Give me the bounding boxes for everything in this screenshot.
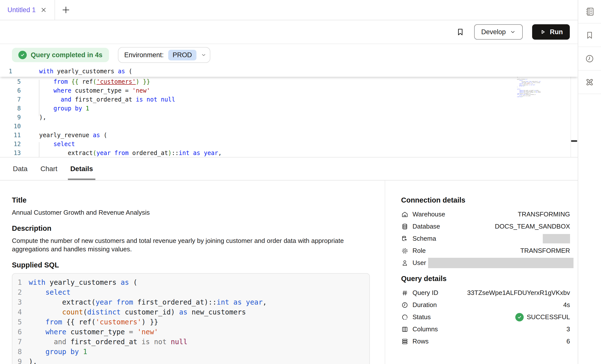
indent-guide bbox=[39, 80, 39, 116]
sql-editor[interactable]: 1with yearly_customers as ( 5 from {{ re… bbox=[0, 66, 578, 157]
user-icon bbox=[401, 260, 409, 266]
chevron-down-icon bbox=[510, 29, 516, 35]
environment-selector[interactable]: Environment: PROD bbox=[118, 47, 210, 63]
query-status-pill: Query completed in 4s bbox=[12, 48, 109, 62]
run-button[interactable]: Run bbox=[532, 24, 570, 40]
tab-bar: Untitled 1 bbox=[0, 0, 578, 20]
bookmark-button[interactable] bbox=[456, 27, 465, 36]
result-tabs: Data Chart Details bbox=[0, 157, 578, 181]
develop-dropdown[interactable]: Develop bbox=[474, 24, 522, 40]
toolbar: Develop Run bbox=[0, 20, 578, 44]
connection-row-warehouse: Warehouse TRANSFORMING bbox=[401, 208, 570, 220]
app-window: Untitled 1 Develop bbox=[0, 0, 601, 364]
row-value: 3 bbox=[567, 325, 570, 333]
editor-code-lines: 5 from {{ ref('customers') }}6 where cus… bbox=[0, 77, 578, 157]
details-left-column: Title Annual Customer Growth and Revenue… bbox=[0, 181, 385, 364]
title-heading: Title bbox=[12, 196, 370, 204]
redacted-value bbox=[428, 258, 574, 268]
notebook-panel-button[interactable] bbox=[578, 0, 601, 24]
close-icon[interactable] bbox=[40, 6, 47, 13]
connection-row-user: User bbox=[401, 257, 570, 269]
row-label: Duration bbox=[412, 301, 437, 309]
row-value: TRANSFORMER bbox=[520, 247, 570, 255]
query-row-columns: Columns 3 bbox=[401, 323, 570, 335]
details-panel: Title Annual Customer Growth and Revenue… bbox=[0, 181, 578, 364]
query-details-heading: Query details bbox=[401, 274, 570, 283]
title-value: Annual Customer Growth and Revenue Analy… bbox=[12, 208, 370, 217]
editor-scrollbar-track[interactable] bbox=[571, 66, 578, 157]
play-icon bbox=[539, 28, 546, 36]
bookmark-icon bbox=[456, 27, 465, 36]
editor-sticky-line: 1with yearly_customers as ( bbox=[0, 66, 578, 77]
connection-row-database: Database DOCS_TEAM_SANDBOX bbox=[401, 220, 570, 233]
status-value: SUCCESSFUL bbox=[515, 313, 570, 321]
history-clock-icon bbox=[585, 54, 594, 63]
status-row: Query completed in 4s Environment: PROD bbox=[0, 44, 578, 66]
run-label: Run bbox=[550, 28, 563, 36]
query-status-text: Query completed in 4s bbox=[31, 51, 103, 59]
clock-icon bbox=[401, 302, 409, 309]
tab-title: Untitled 1 bbox=[7, 6, 36, 14]
row-label: Role bbox=[412, 247, 426, 255]
main-column: Untitled 1 Develop bbox=[0, 0, 578, 364]
description-value: Compute the number of new customers and … bbox=[12, 236, 364, 253]
develop-label: Develop bbox=[481, 28, 506, 36]
row-label: User bbox=[412, 259, 426, 267]
row-value: SUCCESSFUL bbox=[527, 313, 570, 321]
row-label: Rows bbox=[412, 338, 429, 345]
row-value: 4s bbox=[563, 301, 570, 309]
editor-scrollbar-handle[interactable] bbox=[571, 140, 577, 142]
row-label: Query ID bbox=[412, 289, 438, 297]
row-value: 33TZseWpe1ALFDUYerxR1gVKxbv bbox=[467, 289, 570, 297]
connection-row-role: Role TRANSFORMER bbox=[401, 245, 570, 257]
environment-label: Environment: bbox=[124, 51, 164, 59]
indent-guide bbox=[39, 142, 39, 157]
query-row-duration: Duration 4s bbox=[401, 299, 570, 311]
supplied-sql-block: 1with yearly_customers as (2 select3 ext… bbox=[12, 273, 370, 364]
right-sidebar bbox=[578, 0, 601, 364]
hash-icon bbox=[401, 289, 409, 296]
notebook-icon bbox=[585, 7, 595, 17]
columns-icon bbox=[401, 326, 409, 333]
description-heading: Description bbox=[12, 224, 370, 233]
row-value: TRANSFORMING bbox=[518, 210, 570, 218]
row-label: Columns bbox=[412, 325, 438, 333]
row-label: Database bbox=[412, 223, 440, 230]
environment-badge: PROD bbox=[168, 50, 196, 60]
warehouse-icon bbox=[401, 211, 409, 218]
semantic-layer-icon bbox=[585, 77, 595, 87]
connection-row-schema: Schema bbox=[401, 233, 570, 245]
rows-icon bbox=[401, 338, 409, 345]
tab-untitled-1[interactable]: Untitled 1 bbox=[0, 0, 55, 20]
new-tab-button[interactable] bbox=[55, 0, 77, 20]
history-panel-button[interactable] bbox=[578, 47, 601, 71]
spinner-icon bbox=[401, 314, 409, 321]
supplied-sql-heading: Supplied SQL bbox=[12, 261, 370, 269]
details-right-column: Connection details Warehouse TRANSFORMIN… bbox=[385, 181, 578, 364]
row-label: Schema bbox=[412, 235, 436, 242]
database-icon bbox=[401, 223, 409, 230]
check-circle-icon bbox=[18, 51, 27, 59]
bookmark-icon bbox=[585, 30, 594, 40]
query-row-id: Query ID 33TZseWpe1ALFDUYerxR1gVKxbv bbox=[401, 287, 570, 299]
role-icon bbox=[401, 247, 409, 254]
bookmarks-panel-button[interactable] bbox=[578, 24, 601, 47]
schema-icon bbox=[401, 235, 409, 242]
query-row-rows: Rows 6 bbox=[401, 335, 570, 347]
row-label: Warehouse bbox=[412, 210, 445, 218]
check-circle-icon bbox=[515, 313, 524, 321]
row-value: DOCS_TEAM_SANDBOX bbox=[495, 223, 570, 230]
tab-chart[interactable]: Chart bbox=[40, 157, 57, 180]
plus-icon bbox=[61, 5, 70, 14]
tab-details[interactable]: Details bbox=[70, 157, 93, 180]
semantic-layer-panel-button[interactable] bbox=[578, 71, 601, 94]
row-value: 6 bbox=[567, 338, 570, 345]
connection-details-heading: Connection details bbox=[401, 196, 570, 204]
redacted-value bbox=[543, 234, 570, 243]
query-row-status: Status SUCCESSFUL bbox=[401, 311, 570, 323]
chevron-down-icon bbox=[201, 52, 206, 58]
tab-data[interactable]: Data bbox=[13, 157, 27, 180]
row-label: Status bbox=[412, 313, 431, 321]
